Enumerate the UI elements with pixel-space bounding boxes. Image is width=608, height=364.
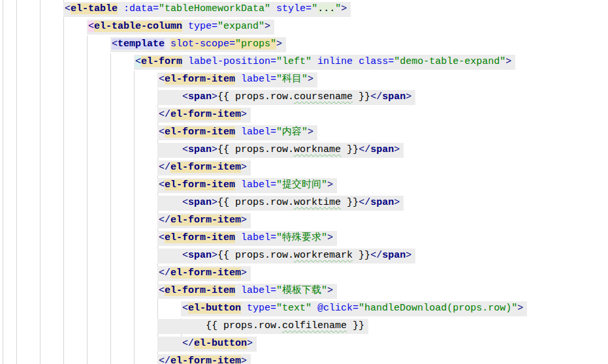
token-br: </ [359,197,370,208]
code-line[interactable]: </el-form-item> [0,159,608,177]
token-tag: span [370,197,394,208]
token-txt [235,285,241,296]
code-chunk: {{ props.row.colfilename }} [157,319,368,334]
token-txt [312,303,317,314]
token-br: < [159,232,165,243]
token-txt [165,38,170,50]
code-line[interactable]: </el-form-item> [0,265,608,282]
token-attr: label-position= [188,56,276,67]
token-br: > [406,91,411,102]
token-txt [353,56,359,67]
token-tag: span [188,197,212,208]
token-br: </ [159,356,170,364]
token-br: < [112,38,118,50]
token-tag: span [188,91,212,102]
token-txt: {{ props.row. [217,144,294,155]
token-str: "props" [235,38,276,50]
token-br: > [517,303,523,314]
code-chunk: <el-table-column type="expand"> [87,20,274,35]
token-br: > [241,215,247,226]
code-line[interactable]: <el-form-item label="内容"> [0,124,608,142]
token-str: "提交时间" [276,179,327,190]
token-br: > [505,56,511,67]
token-tag: el-button [188,303,241,314]
code-line[interactable]: </el-form-item> [0,212,608,230]
token-br: > [308,74,313,85]
code-editor[interactable]: <el-table :data="tableHomeworkData" styl… [0,0,608,364]
token-br: </ [159,162,170,173]
token-attr: type= [247,303,276,314]
token-attr: style= [276,3,312,14]
token-br: < [159,285,165,296]
token-br: > [327,232,333,243]
token-br: </ [159,109,170,120]
token-txt: workremark [294,250,353,261]
token-br: < [182,197,188,208]
token-txt: colfilename [282,320,347,331]
token-str: "内容" [276,127,308,138]
token-tag: el-form-item [170,215,241,226]
token-txt [235,179,241,190]
code-line[interactable]: <el-form-item label="特殊要求"> [0,230,608,247]
code-line[interactable]: <el-form label-position="left" inline cl… [0,53,608,71]
code-line[interactable]: </el-button> [0,335,608,353]
token-str: "expand" [217,21,264,32]
token-str: "特殊要求" [276,232,327,243]
token-br: > [241,162,247,173]
code-chunk: <el-form-item label="提交时间"> [157,178,337,193]
code-chunk: </el-button> [157,337,257,352]
token-br: > [241,109,247,120]
token-br: </ [182,338,194,349]
code-line[interactable]: <template slot-scope="props"> [0,36,608,53]
code-chunk: </el-form-item> [157,108,251,123]
code-line[interactable]: <span>{{ props.row.coursename }}</span> [0,89,608,106]
code-chunk: <el-form-item label="特殊要求"> [157,231,337,246]
code-line[interactable]: <span>{{ props.row.workremark }}</span> [0,247,608,265]
code-chunk: <span>{{ props.row.workname }}</span> [157,143,404,158]
token-br: > [341,3,347,14]
token-txt: {{ props.row. [217,91,294,102]
token-br: < [159,127,165,138]
token-txt [235,74,241,85]
code-line[interactable]: </el-form-item> [0,106,608,124]
code-chunk: <el-button type="text" @click="handleDow… [181,301,527,316]
code-line[interactable]: <el-table :data="tableHomeworkData" styl… [0,1,608,18]
code-line[interactable]: <el-form-item label="提交时间"> [0,177,608,194]
token-tag: el-form-item [165,179,235,190]
code-line[interactable]: <el-button type="text" @click="handleDow… [0,300,608,318]
token-br: < [88,21,94,32]
token-attr: label= [241,74,276,85]
token-br: < [159,74,165,85]
code-line[interactable]: </el-form-item> [0,353,608,364]
token-attr: label= [241,127,276,138]
token-txt: workname [294,144,341,155]
code-line[interactable]: <span>{{ props.row.workname }}</span> [0,142,608,159]
code-chunk: <span>{{ props.row.coursename }}</span> [157,90,415,105]
code-line[interactable]: <el-form-item label="科目"> [0,71,608,89]
token-br: > [308,127,313,138]
token-str: "tableHomeworkData" [159,3,270,14]
code-line[interactable]: <el-form-item label="模板下载"> [0,282,608,300]
token-tag: span [382,91,406,102]
token-txt [312,56,317,67]
token-tag: el-form [141,56,182,67]
code-line[interactable]: {{ props.row.colfilename }} [0,318,608,335]
token-tag: el-form-item [165,232,235,243]
token-txt: }} [341,197,359,208]
code-area[interactable]: <el-table :data="tableHomeworkData" styl… [0,0,608,364]
token-txt: worktime [294,197,341,208]
code-line[interactable]: <el-table-column type="expand"> [0,18,608,36]
token-tag: el-form-item [165,127,235,138]
token-str: "demo-table-expand" [394,56,505,67]
token-attr: label= [241,179,276,190]
token-txt [270,3,276,14]
token-txt: }} [353,250,370,261]
token-attr: label= [241,285,276,296]
token-txt: {{ props.row. [206,320,282,331]
code-chunk: <span>{{ props.row.worktime }}</span> [157,196,404,211]
code-chunk: <span>{{ props.row.workremark }}</span> [157,249,415,264]
token-br: < [159,179,165,190]
code-line[interactable]: <span>{{ props.row.worktime }}</span> [0,194,608,212]
code-chunk: </el-form-item> [157,160,251,175]
code-chunk: <el-form-item label="科目"> [157,72,317,87]
